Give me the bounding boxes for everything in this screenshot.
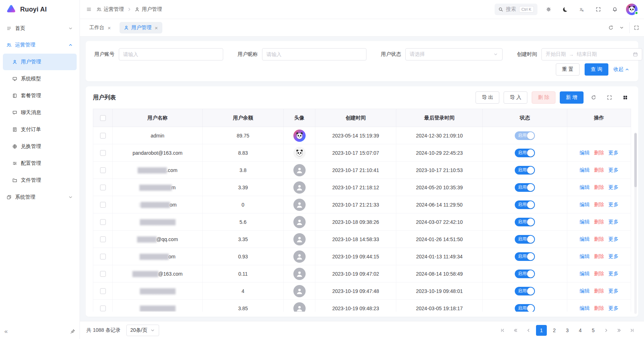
user-avatar[interactable] (626, 4, 638, 15)
delete-link[interactable]: 删除 (594, 184, 604, 191)
refresh-tab-icon[interactable] (605, 22, 616, 33)
edit-link[interactable]: 编辑 (580, 288, 590, 294)
row-checkbox[interactable] (100, 219, 106, 225)
sidebar-item-聊天消息[interactable]: 聊天消息 (3, 104, 77, 121)
sidebar-item-配置管理[interactable]: 配置管理 (3, 155, 77, 172)
page-button-5[interactable]: 5 (588, 325, 599, 336)
more-link[interactable]: 更多 (608, 150, 618, 156)
scrollbar-thumb[interactable] (634, 133, 637, 187)
collapse-filters-link[interactable]: 收起 (613, 66, 630, 73)
reset-button[interactable]: 重 置 (556, 63, 580, 76)
export-button[interactable]: 导 出 (476, 91, 499, 104)
row-checkbox[interactable] (100, 167, 106, 173)
sidebar-item-支付订单[interactable]: 支付订单 (3, 121, 77, 138)
page-size-select[interactable]: 20条/页 (126, 325, 159, 336)
breadcrumb-operations[interactable]: 运营管理 (96, 6, 124, 13)
forward-5-pages-button[interactable] (614, 325, 625, 336)
more-link[interactable]: 更多 (608, 271, 618, 277)
row-checkbox[interactable] (100, 271, 106, 277)
status-toggle[interactable]: 启用 (515, 270, 535, 278)
more-link[interactable]: 更多 (608, 253, 618, 260)
more-link[interactable]: 更多 (608, 288, 618, 294)
sidebar-item-operations[interactable]: 运营管理 (0, 37, 80, 53)
theme-toggle-icon[interactable] (560, 4, 571, 15)
status-toggle[interactable]: 启用 (515, 218, 535, 226)
add-button[interactable]: 新 增 (560, 91, 584, 104)
delete-button[interactable]: 删 除 (532, 91, 555, 104)
menu-toggle-icon[interactable] (86, 7, 91, 12)
status-toggle[interactable]: 启用 (515, 235, 535, 244)
tab-menu-icon[interactable] (616, 22, 627, 33)
edit-link[interactable]: 编辑 (580, 305, 590, 312)
status-toggle[interactable]: 启用 (515, 131, 535, 140)
row-checkbox[interactable] (100, 185, 106, 190)
delete-link[interactable]: 删除 (594, 253, 604, 260)
edit-link[interactable]: 编辑 (580, 202, 590, 208)
page-button-2[interactable]: 2 (549, 325, 560, 336)
table-scrollbar[interactable] (634, 132, 637, 314)
user-account-input[interactable] (119, 48, 223, 60)
edit-link[interactable]: 编辑 (580, 150, 590, 156)
user-status-select[interactable]: 请选择 (405, 48, 503, 60)
settings-icon[interactable] (543, 4, 554, 15)
edit-link[interactable]: 编辑 (580, 253, 590, 260)
close-tab-icon[interactable]: × (155, 25, 158, 31)
row-checkbox[interactable] (100, 150, 106, 156)
row-checkbox[interactable] (100, 254, 106, 259)
last-page-button[interactable] (627, 325, 638, 336)
column-settings-icon[interactable] (620, 92, 631, 103)
pin-icon[interactable] (70, 329, 75, 334)
status-toggle[interactable]: 启用 (515, 287, 535, 295)
edit-link[interactable]: 编辑 (580, 184, 590, 191)
fullscreen-icon[interactable] (593, 4, 604, 15)
sidebar-item-home[interactable]: 首页 (0, 20, 80, 37)
more-link[interactable]: 更多 (608, 236, 618, 243)
row-checkbox[interactable] (100, 202, 106, 208)
global-search[interactable]: 搜索 Ctrl K (495, 4, 538, 15)
row-checkbox[interactable] (100, 306, 106, 311)
page-button-3[interactable]: 3 (562, 325, 573, 336)
page-button-1[interactable]: 1 (536, 325, 547, 336)
delete-link[interactable]: 删除 (594, 219, 604, 225)
select-all-checkbox[interactable] (100, 115, 106, 121)
sidebar-item-system[interactable]: 系统管理 (0, 189, 80, 205)
status-toggle[interactable]: 启用 (515, 183, 535, 192)
close-tab-icon[interactable]: × (108, 25, 111, 31)
sidebar-collapse-button[interactable]: « (4, 328, 8, 335)
row-checkbox[interactable] (100, 133, 106, 139)
delete-link[interactable]: 删除 (594, 167, 604, 173)
more-link[interactable]: 更多 (608, 219, 618, 225)
more-link[interactable]: 更多 (608, 202, 618, 208)
page-button-4[interactable]: 4 (575, 325, 586, 336)
status-toggle[interactable]: 启用 (515, 166, 535, 175)
more-link[interactable]: 更多 (608, 184, 618, 191)
table-fullscreen-icon[interactable] (604, 92, 615, 103)
tab-用户管理[interactable]: 用户管理× (120, 22, 162, 33)
search-button[interactable]: 查 询 (585, 63, 608, 76)
edit-link[interactable]: 编辑 (580, 236, 590, 243)
status-toggle[interactable]: 启用 (515, 149, 535, 157)
delete-link[interactable]: 删除 (594, 150, 604, 156)
user-nickname-input[interactable] (262, 48, 366, 60)
edit-link[interactable]: 编辑 (580, 167, 590, 173)
delete-link[interactable]: 删除 (594, 271, 604, 277)
content-fullscreen-icon[interactable] (629, 22, 639, 33)
prev-page-button[interactable] (523, 325, 534, 336)
delete-link[interactable]: 删除 (594, 236, 604, 243)
status-toggle[interactable]: 启用 (515, 304, 535, 312)
sidebar-item-用户管理[interactable]: 用户管理 (3, 54, 77, 70)
more-link[interactable]: 更多 (608, 305, 618, 312)
language-icon[interactable]: 文A (576, 4, 587, 15)
first-page-button[interactable] (497, 325, 508, 336)
status-toggle[interactable]: 启用 (515, 200, 535, 209)
row-checkbox[interactable] (100, 236, 106, 242)
tab-工作台[interactable]: 工作台× (85, 22, 115, 33)
import-button[interactable]: 导 入 (504, 91, 527, 104)
logo[interactable]: Ruoyi AI (0, 0, 80, 19)
back-5-pages-button[interactable] (510, 325, 521, 336)
delete-link[interactable]: 删除 (594, 202, 604, 208)
delete-link[interactable]: 删除 (594, 305, 604, 312)
breadcrumb-user-management[interactable]: 用户管理 (135, 6, 162, 13)
sidebar-item-文件管理[interactable]: 文件管理 (3, 172, 77, 189)
edit-link[interactable]: 编辑 (580, 219, 590, 225)
